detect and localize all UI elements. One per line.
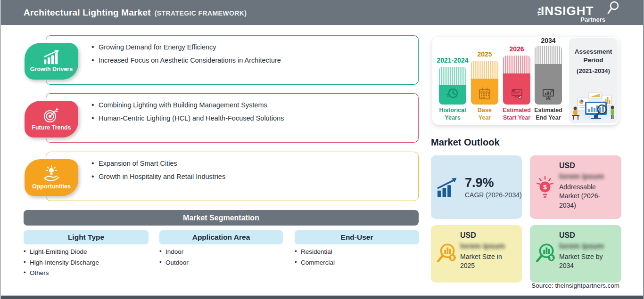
growth-drivers-badge: Growth Drivers [25,43,78,80]
market-size-2025-label: Market Size in 2025 [460,252,517,271]
historical-years-label: HistoricalYears [435,107,471,121]
opportunities-badge: Opportunities [25,159,78,196]
future-trends-badge: Future Trends [25,101,78,137]
cagr-card: 7.9% CAGR (2026-2034) [431,155,522,219]
opportunities-label: Opportunities [32,183,71,190]
svg-text:$: $ [543,184,547,191]
addressable-market-label: Addressable Market (2026-2034) [559,183,616,210]
footer-strip [1,295,643,299]
assessment-period-title: AssessmentPeriod [569,48,618,64]
opportunities-panel: Expansion of Smart Cities Growth in Hosp… [46,152,419,201]
estimated-start-year-bar [503,56,530,105]
market-outlook-title: Market Outlook [431,137,500,148]
currency-label: USD [460,231,517,240]
future-trend-item: Combining Lighting with Building Managem… [91,101,418,109]
bulb-dollar-icon: $ [534,175,556,200]
cagr-growth-icon [437,177,461,198]
growth-drivers-panel: Growing Demand for Energy Efficiency Inc… [46,35,419,85]
analysts-illustration [571,91,616,121]
redacted-value: lorem ipsum [559,242,616,251]
target-icon [43,107,60,123]
growth-drivers-label: Growth Drivers [30,66,73,73]
segment-header-application-area: Application Area [159,230,283,244]
market-size-2034-label: Market Size by 2034 [559,252,616,271]
segment-item: Light-Emitting Diode [24,248,99,255]
logo-partners-text: Partners [580,16,605,23]
redacted-value: lorem ipsum [559,172,616,181]
currency-label: USD [559,162,616,170]
assessment-timeline-card: 2021-2024 2025 2026 2034 [432,37,619,125]
future-trends-list: Combining Lighting with Building Managem… [46,94,418,122]
svg-text:$: $ [550,256,553,261]
calendar-icon [478,87,491,100]
infographic-canvas: Architectural Lighting Market(STRATEGIC … [0,0,644,299]
addressable-market-card: $ USD lorem ipsum Addressable Market (20… [530,155,621,219]
base-year-label: BaseYear [467,107,503,121]
growth-driver-item: Increased Focus on Aesthetic Considerati… [91,57,418,64]
presentation-chart-icon [541,88,555,100]
estimated-end-year-label: EstimatedEnd Year [530,107,566,121]
light-type-items: Light-Emitting Diode High-Intensity Disc… [24,248,99,280]
magnifier-chart-icon-orange: $ [435,242,458,265]
growth-chart-icon [42,50,61,65]
market-size-2034-card: $ USD lorem ipsum Market Size by 2034 [530,225,621,283]
currency-label: USD [559,231,616,240]
base-year-bar [471,61,498,105]
estimated-end-year-value: 2034 [527,37,570,44]
opportunities-list: Expansion of Smart Cities Growth in Hosp… [46,152,418,180]
cagr-value: 7.9% [465,176,522,190]
segment-item: Others [24,269,99,276]
header-bar: Architectural Lighting Market(STRATEGIC … [1,0,643,25]
market-segmentation-header: Market Segmentation [24,210,419,226]
monitor-gear-icon [510,88,524,100]
magnifier-icon [607,1,619,15]
page-title: Architectural Lighting Market(STRATEGIC … [24,8,247,18]
segment-header-end-user: End-User [295,230,419,244]
segment-item: High-Intensity Discharge [24,259,99,266]
cagr-label: CAGR (2026-2034) [465,191,522,199]
growth-driver-item: Growing Demand for Energy Efficiency [91,43,418,51]
segment-item: Outdoor [159,259,189,266]
svg-text:$: $ [451,256,454,261]
opportunity-item: Growth in Hospitality and Retail Industr… [91,173,418,180]
segment-item: Residential [295,248,335,255]
future-trends-panel: Combining Lighting with Building Managem… [46,93,419,143]
estimated-start-year-label: EstimatedStart Year [499,107,535,121]
segment-item: Commercial [295,259,335,266]
assessment-period-panel: AssessmentPeriod (2021-2034) [569,38,618,123]
future-trend-item: Human-Centric Lighting (HCL) and Health-… [91,114,418,122]
market-size-2025-card: $ USD lorem ipsum Market Size in 2025 [431,225,522,283]
magnifier-chart-icon-green: $ [534,242,557,265]
bulb-hand-icon [42,165,60,182]
historical-years-bar [439,67,466,105]
end-user-items: Residential Commercial [295,248,335,269]
opportunity-item: Expansion of Smart Cities [91,160,418,167]
future-trends-label: Future Trends [32,124,71,131]
source-attribution: Source: theinsightpartners.com [531,282,619,289]
insight-partners-logo: The INSIGHT Partners [538,3,616,23]
history-clock-icon [446,86,460,100]
application-area-items: Indoor Outdoor [159,248,189,269]
segment-header-light-type: Light Type [24,230,149,244]
estimated-end-year-bar [535,46,562,105]
page-title-text: Architectural Lighting Market [24,8,151,17]
redacted-value: lorem ipsum [460,242,517,251]
growth-drivers-list: Growing Demand for Energy Efficiency Inc… [46,36,418,64]
assessment-period-range: (2021-2034) [569,67,618,74]
segment-item: Indoor [159,248,189,255]
page-subtitle: (STRATEGIC FRAMEWORK) [155,9,247,17]
estimated-start-year-value: 2026 [495,45,538,53]
market-segmentation-title: Market Segmentation [183,214,259,222]
